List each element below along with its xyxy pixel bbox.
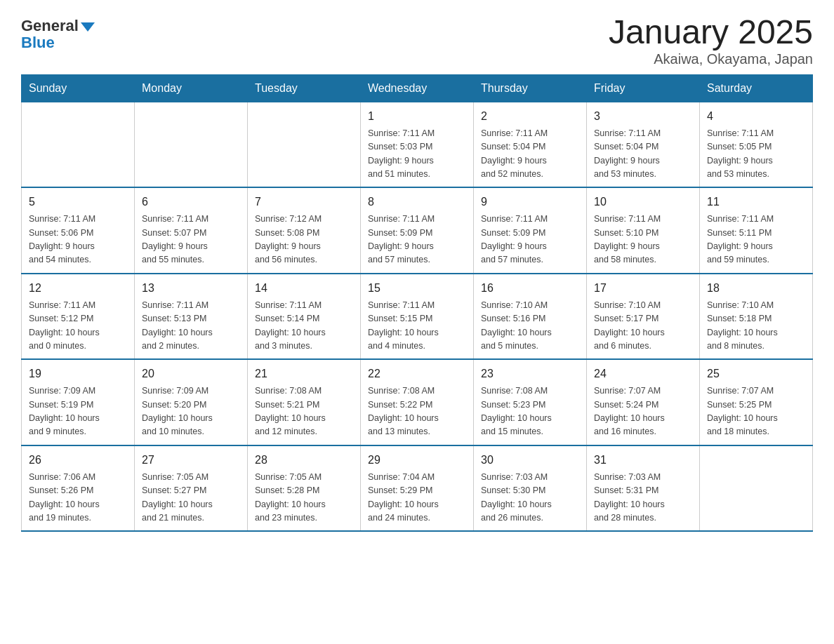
day-number: 7: [255, 194, 353, 210]
day-info: Sunrise: 7:05 AMSunset: 5:27 PMDaylight:…: [142, 471, 240, 525]
weekday-header: Thursday: [474, 74, 587, 102]
day-number: 13: [142, 280, 240, 297]
day-number: 22: [368, 365, 466, 382]
day-number: 20: [142, 365, 240, 382]
logo: General Blue: [21, 14, 95, 51]
day-number: 24: [594, 365, 692, 382]
calendar-week-row: 12Sunrise: 7:11 AMSunset: 5:12 PMDayligh…: [22, 274, 813, 360]
calendar-day-cell: 5Sunrise: 7:11 AMSunset: 5:06 PMDaylight…: [22, 187, 135, 274]
day-number: 6: [142, 194, 240, 210]
calendar-day-cell: 9Sunrise: 7:11 AMSunset: 5:09 PMDaylight…: [474, 187, 587, 274]
day-info: Sunrise: 7:11 AMSunset: 5:15 PMDaylight:…: [368, 299, 466, 354]
day-info: Sunrise: 7:12 AMSunset: 5:08 PMDaylight:…: [255, 213, 353, 267]
calendar-day-cell: 20Sunrise: 7:09 AMSunset: 5:20 PMDayligh…: [135, 359, 248, 445]
day-number: 29: [368, 452, 466, 469]
logo-general-text: General: [21, 18, 95, 34]
calendar-week-row: 19Sunrise: 7:09 AMSunset: 5:19 PMDayligh…: [22, 359, 813, 445]
day-info: Sunrise: 7:08 AMSunset: 5:21 PMDaylight:…: [255, 384, 353, 439]
calendar-day-cell: 25Sunrise: 7:07 AMSunset: 5:25 PMDayligh…: [700, 359, 813, 445]
calendar-day-cell: 23Sunrise: 7:08 AMSunset: 5:23 PMDayligh…: [474, 359, 587, 445]
calendar-day-cell: [248, 102, 361, 187]
calendar-day-cell: 8Sunrise: 7:11 AMSunset: 5:09 PMDaylight…: [361, 187, 474, 274]
weekday-header: Monday: [135, 74, 248, 102]
day-info: Sunrise: 7:07 AMSunset: 5:25 PMDaylight:…: [707, 384, 805, 439]
day-info: Sunrise: 7:11 AMSunset: 5:03 PMDaylight:…: [368, 127, 466, 182]
day-info: Sunrise: 7:11 AMSunset: 5:04 PMDaylight:…: [481, 127, 579, 182]
calendar-day-cell: 10Sunrise: 7:11 AMSunset: 5:10 PMDayligh…: [587, 187, 700, 274]
day-number: 9: [481, 194, 579, 210]
title-block: January 2025 Akaiwa, Okayama, Japan: [609, 14, 813, 67]
day-number: 5: [29, 194, 127, 210]
calendar-day-cell: 1Sunrise: 7:11 AMSunset: 5:03 PMDaylight…: [361, 102, 474, 187]
calendar-day-cell: 28Sunrise: 7:05 AMSunset: 5:28 PMDayligh…: [248, 445, 361, 532]
day-info: Sunrise: 7:11 AMSunset: 5:06 PMDaylight:…: [29, 213, 127, 267]
calendar-day-cell: [135, 102, 248, 187]
day-number: 12: [29, 280, 127, 297]
day-info: Sunrise: 7:06 AMSunset: 5:26 PMDaylight:…: [29, 471, 127, 525]
calendar-day-cell: 15Sunrise: 7:11 AMSunset: 5:15 PMDayligh…: [361, 274, 474, 360]
day-number: 26: [29, 452, 127, 469]
calendar-day-cell: 24Sunrise: 7:07 AMSunset: 5:24 PMDayligh…: [587, 359, 700, 445]
day-number: 27: [142, 452, 240, 469]
weekday-header: Tuesday: [248, 74, 361, 102]
weekday-header: Saturday: [700, 74, 813, 102]
calendar-day-cell: 16Sunrise: 7:10 AMSunset: 5:16 PMDayligh…: [474, 274, 587, 360]
day-info: Sunrise: 7:03 AMSunset: 5:31 PMDaylight:…: [594, 471, 692, 525]
day-info: Sunrise: 7:08 AMSunset: 5:22 PMDaylight:…: [368, 384, 466, 439]
calendar-body: 1Sunrise: 7:11 AMSunset: 5:03 PMDaylight…: [22, 102, 813, 531]
calendar-day-cell: 3Sunrise: 7:11 AMSunset: 5:04 PMDaylight…: [587, 102, 700, 187]
day-number: 31: [594, 452, 692, 469]
calendar-day-cell: [22, 102, 135, 187]
calendar-header: SundayMondayTuesdayWednesdayThursdayFrid…: [22, 74, 813, 102]
page-subtitle: Akaiwa, Okayama, Japan: [609, 51, 813, 67]
day-info: Sunrise: 7:04 AMSunset: 5:29 PMDaylight:…: [368, 471, 466, 525]
calendar-day-cell: 4Sunrise: 7:11 AMSunset: 5:05 PMDaylight…: [700, 102, 813, 187]
day-info: Sunrise: 7:08 AMSunset: 5:23 PMDaylight:…: [481, 384, 579, 439]
day-number: 11: [707, 194, 805, 210]
day-info: Sunrise: 7:11 AMSunset: 5:11 PMDaylight:…: [707, 213, 805, 267]
calendar-day-cell: 14Sunrise: 7:11 AMSunset: 5:14 PMDayligh…: [248, 274, 361, 360]
day-number: 23: [481, 365, 579, 382]
day-info: Sunrise: 7:11 AMSunset: 5:09 PMDaylight:…: [368, 213, 466, 267]
day-info: Sunrise: 7:11 AMSunset: 5:04 PMDaylight:…: [594, 127, 692, 182]
day-number: 8: [368, 194, 466, 210]
day-info: Sunrise: 7:05 AMSunset: 5:28 PMDaylight:…: [255, 471, 353, 525]
day-info: Sunrise: 7:10 AMSunset: 5:17 PMDaylight:…: [594, 299, 692, 354]
logo-blue-text: Blue: [21, 34, 55, 51]
calendar-day-cell: 19Sunrise: 7:09 AMSunset: 5:19 PMDayligh…: [22, 359, 135, 445]
calendar-day-cell: 30Sunrise: 7:03 AMSunset: 5:30 PMDayligh…: [474, 445, 587, 532]
page-title: January 2025: [609, 14, 813, 51]
day-number: 21: [255, 365, 353, 382]
calendar-day-cell: [700, 445, 813, 532]
weekday-header: Sunday: [22, 74, 135, 102]
calendar-day-cell: 21Sunrise: 7:08 AMSunset: 5:21 PMDayligh…: [248, 359, 361, 445]
day-info: Sunrise: 7:03 AMSunset: 5:30 PMDaylight:…: [481, 471, 579, 525]
day-number: 14: [255, 280, 353, 297]
day-number: 1: [368, 108, 466, 125]
calendar-day-cell: 13Sunrise: 7:11 AMSunset: 5:13 PMDayligh…: [135, 274, 248, 360]
day-info: Sunrise: 7:11 AMSunset: 5:13 PMDaylight:…: [142, 299, 240, 354]
calendar-day-cell: 7Sunrise: 7:12 AMSunset: 5:08 PMDaylight…: [248, 187, 361, 274]
calendar-day-cell: 29Sunrise: 7:04 AMSunset: 5:29 PMDayligh…: [361, 445, 474, 532]
day-info: Sunrise: 7:09 AMSunset: 5:19 PMDaylight:…: [29, 384, 127, 439]
calendar-week-row: 5Sunrise: 7:11 AMSunset: 5:06 PMDaylight…: [22, 187, 813, 274]
calendar-day-cell: 26Sunrise: 7:06 AMSunset: 5:26 PMDayligh…: [22, 445, 135, 532]
calendar-week-row: 1Sunrise: 7:11 AMSunset: 5:03 PMDaylight…: [22, 102, 813, 187]
day-info: Sunrise: 7:10 AMSunset: 5:18 PMDaylight:…: [707, 299, 805, 354]
day-number: 10: [594, 194, 692, 210]
page-header: General Blue January 2025 Akaiwa, Okayam…: [21, 14, 813, 67]
day-info: Sunrise: 7:11 AMSunset: 5:09 PMDaylight:…: [481, 213, 579, 267]
calendar-day-cell: 11Sunrise: 7:11 AMSunset: 5:11 PMDayligh…: [700, 187, 813, 274]
calendar-week-row: 26Sunrise: 7:06 AMSunset: 5:26 PMDayligh…: [22, 445, 813, 532]
calendar-day-cell: 6Sunrise: 7:11 AMSunset: 5:07 PMDaylight…: [135, 187, 248, 274]
day-info: Sunrise: 7:11 AMSunset: 5:14 PMDaylight:…: [255, 299, 353, 354]
day-number: 15: [368, 280, 466, 297]
day-number: 2: [481, 108, 579, 125]
day-info: Sunrise: 7:10 AMSunset: 5:16 PMDaylight:…: [481, 299, 579, 354]
day-number: 18: [707, 280, 805, 297]
calendar-day-cell: 17Sunrise: 7:10 AMSunset: 5:17 PMDayligh…: [587, 274, 700, 360]
day-info: Sunrise: 7:11 AMSunset: 5:07 PMDaylight:…: [142, 213, 240, 267]
calendar-day-cell: 18Sunrise: 7:10 AMSunset: 5:18 PMDayligh…: [700, 274, 813, 360]
day-number: 30: [481, 452, 579, 469]
day-number: 16: [481, 280, 579, 297]
